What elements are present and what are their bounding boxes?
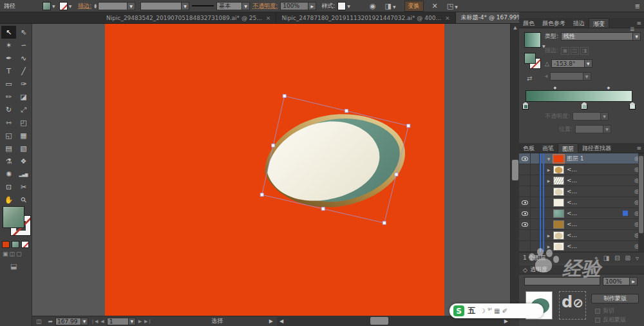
recolor-artwork-icon[interactable]: ◉: [370, 2, 376, 10]
visibility-toggle[interactable]: [519, 208, 531, 219]
lock-column[interactable]: [531, 197, 540, 208]
layer-name[interactable]: 图层 1: [567, 155, 630, 163]
visibility-toggle[interactable]: [519, 241, 531, 252]
layer-name[interactable]: <...: [567, 177, 630, 184]
eyedropper-tool[interactable]: ⚗: [1, 155, 16, 168]
direct-selection-tool[interactable]: ⇖: [16, 26, 31, 39]
sublayer-row[interactable]: <...◎: [519, 186, 644, 197]
expand-toggle-icon[interactable]: ▼: [544, 157, 553, 161]
tab-stroke[interactable]: 描边: [569, 18, 589, 28]
delete-layer-icon[interactable]: ▿: [636, 254, 639, 262]
stroke-weight-stepper[interactable]: ▲▼: [94, 3, 97, 8]
stroke-across-icon[interactable]: ◨: [580, 47, 589, 55]
visibility-toggle[interactable]: [519, 219, 531, 230]
gradient-fill-swatch[interactable]: [524, 32, 541, 48]
gradient-options-icon[interactable]: ≣: [630, 26, 635, 32]
gradient-stop-handle[interactable]: [522, 102, 529, 110]
lock-column[interactable]: [531, 186, 540, 197]
tab-brushes[interactable]: 画笔: [538, 143, 558, 153]
align-icon[interactable]: ✕: [432, 2, 438, 10]
graph-tool[interactable]: ▂▄▆: [16, 168, 31, 180]
first-artboard-button[interactable]: ❘◀: [91, 319, 98, 324]
lock-column[interactable]: [531, 208, 540, 219]
gradient-midpoint-handle[interactable]: ◆: [607, 85, 610, 90]
tab-swatches[interactable]: 色板: [519, 143, 538, 153]
draw-behind-icon[interactable]: ◫: [10, 251, 15, 257]
new-layer-icon[interactable]: ⊞: [625, 254, 630, 262]
stroke-along-icon[interactable]: ◫: [571, 47, 579, 55]
layer-name[interactable]: <...: [567, 210, 623, 216]
visibility-toggle[interactable]: [519, 175, 531, 186]
lock-column[interactable]: [531, 164, 540, 175]
invert-mask-checkbox[interactable]: 反相蒙版: [595, 316, 626, 324]
expand-toggle-icon[interactable]: ▶: [544, 168, 553, 172]
pen-tool[interactable]: ✒: [1, 52, 16, 64]
layer-row[interactable]: ▼图层 1◎: [519, 153, 644, 164]
blend-mode-combo[interactable]: [524, 277, 600, 285]
sublayer-row[interactable]: <...◎: [519, 197, 644, 208]
sublayer-row[interactable]: ▶<...◎: [519, 164, 644, 175]
visibility-toggle[interactable]: [519, 164, 531, 175]
gradient-tool[interactable]: ▧: [16, 142, 31, 155]
canvas[interactable]: [32, 24, 510, 316]
gradient-stop-handle[interactable]: [581, 102, 587, 110]
lock-column[interactable]: [531, 219, 540, 230]
expand-toggle-icon[interactable]: ▶: [544, 178, 553, 183]
scroll-right-icon[interactable]: ▶: [504, 318, 508, 324]
lock-column[interactable]: [531, 230, 540, 241]
select-similar-icon[interactable]: ◨▼: [384, 2, 395, 10]
paintbrush-tool[interactable]: ✑: [16, 77, 31, 90]
scroll-up-icon[interactable]: ▲: [511, 25, 520, 30]
stop-opacity-combo[interactable]: ▼: [573, 112, 609, 120]
fill-indicator-swatch[interactable]: [3, 206, 24, 228]
gradient-stop-handle[interactable]: [629, 102, 636, 110]
make-clip-mask-icon[interactable]: ◨: [603, 254, 609, 262]
artboard-rotate-icon[interactable]: ◫: [36, 318, 42, 325]
close-icon[interactable]: ×: [445, 15, 450, 21]
egg-artwork[interactable]: [245, 84, 425, 232]
export-icon[interactable]: ➦: [48, 318, 53, 325]
transparency-header[interactable]: ◇ 透明度: [519, 265, 644, 274]
transform-link[interactable]: 变换: [404, 1, 424, 12]
stop-location-combo[interactable]: ▼: [575, 125, 611, 133]
layer-name[interactable]: <...: [567, 243, 630, 249]
symbol-sprayer-tool[interactable]: ✺: [1, 168, 16, 180]
lock-column[interactable]: [531, 175, 540, 186]
egg-shape[interactable]: [258, 106, 412, 216]
close-icon[interactable]: ×: [266, 15, 271, 21]
type-tool[interactable]: T: [1, 64, 16, 77]
lock-column[interactable]: [531, 241, 540, 252]
rectangle-tool[interactable]: ▭: [1, 77, 16, 90]
sublayer-row[interactable]: <...◎: [519, 219, 644, 230]
expand-toggle-icon[interactable]: ▶: [544, 233, 553, 238]
panel-menu-icon[interactable]: ≡: [636, 145, 641, 151]
sublayer-row[interactable]: ▶<...◎: [519, 241, 644, 252]
style-swatch-button[interactable]: ▼: [337, 2, 350, 10]
doc-tab-2[interactable]: Nipic_24787180_20191113201921447032.ai* …: [276, 12, 455, 23]
opacity-combo[interactable]: 100% ▶: [280, 2, 316, 10]
visibility-toggle[interactable]: [519, 153, 531, 164]
free-transform-tool[interactable]: ◰: [16, 116, 31, 129]
gradient-slider[interactable]: ◆◆: [526, 85, 632, 110]
lasso-tool[interactable]: ∽: [16, 39, 31, 52]
perspective-grid-tool[interactable]: ▦: [16, 129, 31, 142]
visibility-toggle[interactable]: [519, 197, 531, 208]
eraser-tool[interactable]: ◪: [16, 90, 31, 103]
layer-name[interactable]: <...: [567, 221, 630, 227]
vertical-scrollbar[interactable]: ▲ ▼: [510, 24, 519, 316]
layer-name[interactable]: <...: [567, 232, 630, 238]
expand-toggle-icon[interactable]: ▶: [544, 244, 553, 249]
zoom-level-combo[interactable]: 167.99 ▼: [55, 318, 88, 325]
draw-normal-icon[interactable]: ▣: [3, 251, 8, 257]
tab-layers[interactable]: 图层: [558, 143, 578, 153]
panel-menu-icon[interactable]: ≣: [635, 3, 640, 10]
horizontal-scroll-thumb[interactable]: [370, 317, 388, 325]
draw-inside-icon[interactable]: ▢: [16, 251, 22, 257]
isolate-icon[interactable]: ◳▼: [447, 2, 458, 10]
stroke-color-button[interactable]: ▼: [59, 2, 72, 10]
fill-color-button[interactable]: ▼: [43, 2, 55, 10]
tab-pathfinder[interactable]: 路径查找器: [578, 143, 615, 153]
stroke-within-icon[interactable]: ▣: [561, 47, 569, 55]
layers-scrollbar[interactable]: [638, 153, 644, 252]
sublayer-row[interactable]: ▶<...◎: [519, 230, 644, 241]
